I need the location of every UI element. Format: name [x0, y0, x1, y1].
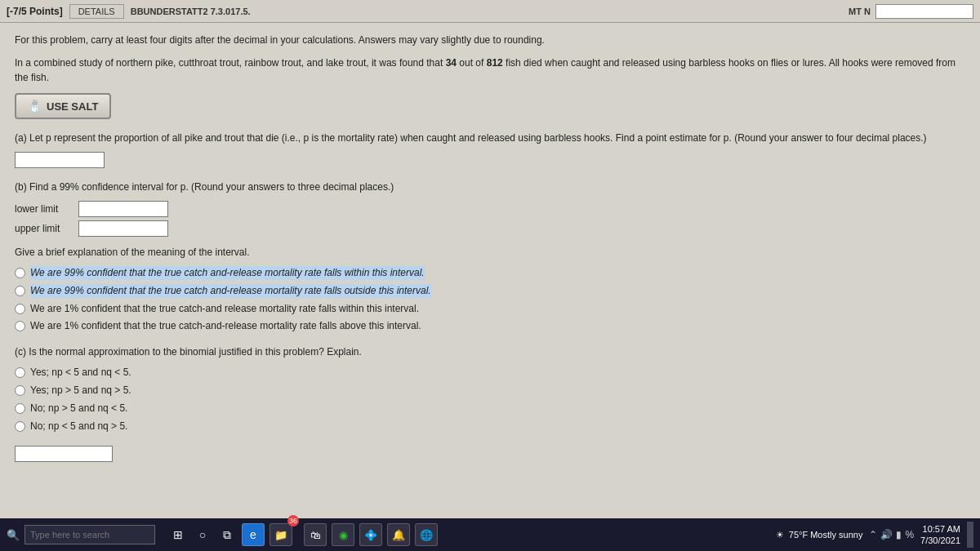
taskbar-task-btn[interactable]: ⧉ — [217, 525, 237, 544]
intro-line2: In a combined study of northern pike, cu… — [15, 56, 965, 85]
upper-limit-row: upper limit — [15, 220, 965, 237]
part-c-text: (c) Is the normal approximation to the b… — [15, 344, 965, 359]
part-b-radio-group: We are 99% confident that the true catch… — [15, 266, 965, 333]
radio-c4-label: No; np < 5 and nq > 5. — [30, 420, 127, 433]
radio-c1[interactable] — [15, 367, 25, 378]
taskbar-search-area: 🔍 — [7, 525, 155, 544]
details-button[interactable]: DETAILS — [69, 4, 124, 19]
taskbar-circle-btn[interactable]: ◉ — [332, 523, 354, 546]
radio-b3-label: We are 1% confident that the true catch-… — [30, 302, 419, 316]
use-salt-label: USE SALT — [47, 100, 98, 113]
part-b-text: (b) Find a 99% confidence interval for p… — [15, 180, 965, 194]
radio-item-b2: We are 99% confident that the true catch… — [15, 284, 965, 298]
taskbar: 🔍 ⊞ ○ ⧉ e 📁 36 🛍 ◉ 💠 🔔 🌐 — [0, 518, 980, 551]
lower-limit-label: lower limit — [15, 203, 72, 215]
part-c-radio-group: Yes; np < 5 and nq < 5. Yes; np > 5 and … — [15, 366, 965, 433]
taskbar-dropbox-btn[interactable]: 💠 — [359, 523, 382, 546]
radio-item-c2: Yes; np > 5 and nq > 5. — [15, 384, 965, 398]
dropbox-icon: 💠 — [364, 529, 377, 541]
top-bar: [-7/5 Points] DETAILS BBUNDERSTATT2 7.3.… — [0, 0, 980, 23]
files-icon: 📁 — [274, 529, 287, 541]
top-bar-left: [-7/5 Points] DETAILS BBUNDERSTATT2 7.3.… — [7, 4, 251, 19]
taskbar-search-input[interactable] — [24, 525, 155, 544]
weather-text: 75°F Mostly sunny — [789, 530, 863, 540]
radio-c3[interactable] — [15, 403, 25, 414]
radio-item-b3: We are 1% confident that the true catch-… — [15, 302, 965, 316]
battery-icon[interactable]: ▮ — [896, 529, 902, 540]
part-b-section: (b) Find a 99% confidence interval for p… — [15, 180, 965, 333]
lower-limit-row: lower limit — [15, 201, 965, 217]
intro-num1: 34 — [446, 57, 457, 69]
taskbar-icons: ⊞ ○ ⧉ e 📁 36 🛍 ◉ 💠 🔔 🌐 — [168, 523, 438, 546]
taskbar-files-btn-wrap: 📁 36 — [270, 523, 299, 546]
brief-explanation-label: Give a brief explanation of the meaning … — [15, 245, 965, 260]
chrome-icon: 🌐 — [420, 529, 433, 541]
intro-mid: out of — [457, 57, 487, 69]
salt-icon: 🧂 — [28, 100, 42, 113]
radio-item-c3: No; np > 5 and nq < 5. — [15, 402, 965, 415]
mt-input[interactable] — [875, 4, 973, 19]
taskbar-edge-btn[interactable]: e — [242, 523, 265, 546]
radio-b2-label: We are 99% confident that the true catch… — [30, 284, 431, 298]
main-content: For this problem, carry at least four di… — [0, 23, 980, 518]
notif-icon: 🔔 — [392, 529, 405, 541]
taskbar-chrome-btn[interactable]: 🌐 — [415, 523, 438, 546]
taskbar-files-btn[interactable]: 📁 — [270, 523, 292, 546]
percent-icon[interactable]: % — [905, 529, 914, 540]
taskbar-store-btn[interactable]: 🛍 — [304, 523, 327, 546]
weather-info: ☀ 75°F Mostly sunny — [776, 530, 863, 540]
radio-b4-label: We are 1% confident that the true catch-… — [30, 319, 421, 333]
taskbar-search-btn[interactable]: ○ — [193, 525, 212, 544]
radio-b4[interactable] — [15, 321, 25, 331]
part-c-section: (c) Is the normal approximation to the b… — [15, 344, 965, 433]
edge-icon: e — [250, 528, 256, 541]
radio-c2[interactable] — [15, 385, 25, 396]
taskbar-right: ☀ 75°F Mostly sunny ⌃ 🔊 ▮ % 10:57 AM 7/3… — [776, 522, 973, 548]
points-label: [-7/5 Points] — [7, 6, 63, 17]
intro-line1: For this problem, carry at least four di… — [15, 33, 965, 47]
time-text: 10:57 AM — [920, 523, 960, 535]
radio-item-b1: We are 99% confident that the true catch… — [15, 266, 965, 280]
volume-icon[interactable]: 🔊 — [880, 529, 893, 540]
top-bar-right: MT N — [839, 4, 973, 19]
part-a-section: (a) Let p represent the proportion of al… — [15, 131, 965, 168]
radio-c4[interactable] — [15, 421, 25, 432]
weather-icon: ☀ — [776, 530, 784, 540]
intro-num2: 812 — [487, 57, 503, 69]
radio-item-c1: Yes; np < 5 and nq < 5. — [15, 366, 965, 380]
intro-pre: In a combined study of northern pike, cu… — [15, 57, 446, 69]
radio-item-b4: We are 1% confident that the true catch-… — [15, 319, 965, 333]
bbunder-label: BBUNDERSTATT2 7.3.017.5. — [131, 7, 251, 16]
radio-c2-label: Yes; np > 5 and nq > 5. — [30, 384, 131, 398]
radio-b1-label: We are 99% confident that the true catch… — [30, 266, 425, 280]
lower-limit-input[interactable] — [78, 201, 168, 217]
use-salt-button[interactable]: 🧂 USE SALT — [15, 93, 111, 119]
search-icon: 🔍 — [7, 529, 20, 541]
radio-c1-label: Yes; np < 5 and nq < 5. — [30, 366, 131, 380]
part-a-text: (a) Let p represent the proportion of al… — [15, 131, 965, 145]
radio-b2[interactable] — [15, 286, 25, 296]
system-icons: ⌃ 🔊 ▮ % — [869, 529, 914, 540]
files-badge: 36 — [287, 515, 299, 527]
upper-limit-label: upper limit — [15, 223, 72, 234]
bottom-input[interactable] — [15, 446, 113, 462]
radio-c3-label: No; np > 5 and nq < 5. — [30, 402, 127, 415]
show-desktop-btn[interactable] — [967, 522, 973, 548]
wifi-icon[interactable]: ⌃ — [869, 529, 877, 540]
upper-limit-input[interactable] — [78, 220, 168, 237]
taskbar-windows-btn[interactable]: ⊞ — [168, 525, 188, 544]
time-display: 10:57 AM 7/30/2021 — [920, 523, 960, 547]
mt-label: MT N — [849, 7, 871, 16]
taskbar-notif-btn[interactable]: 🔔 — [387, 523, 410, 546]
part-a-input[interactable] — [15, 152, 105, 168]
radio-b1[interactable] — [15, 268, 25, 278]
circle-icon: ◉ — [339, 529, 348, 541]
date-text: 7/30/2021 — [920, 535, 960, 546]
radio-b3[interactable] — [15, 304, 25, 314]
radio-item-c4: No; np < 5 and nq > 5. — [15, 420, 965, 433]
store-icon: 🛍 — [310, 529, 321, 541]
